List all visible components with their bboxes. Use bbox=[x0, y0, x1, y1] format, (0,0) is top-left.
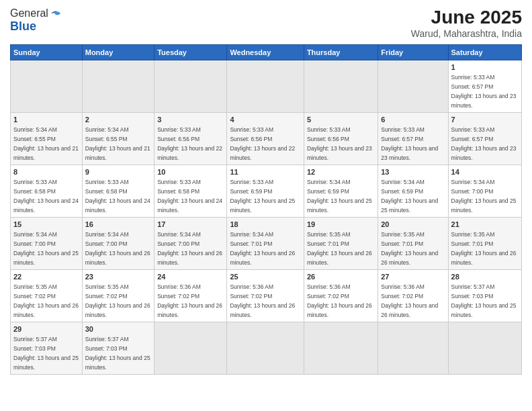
calendar-cell: 24Sunrise: 5:36 AMSunset: 7:02 PMDayligh… bbox=[154, 269, 227, 322]
day-number: 23 bbox=[85, 272, 151, 282]
calendar-cell: 17Sunrise: 5:34 AMSunset: 7:00 PMDayligh… bbox=[154, 217, 227, 269]
sunrise: Sunrise: 5:36 AM bbox=[230, 283, 273, 290]
calendar-cell: 8Sunrise: 5:33 AMSunset: 6:58 PMDaylight… bbox=[11, 165, 83, 217]
sunset: Sunset: 7:00 PM bbox=[13, 240, 56, 247]
subtitle: Warud, Maharashtra, India bbox=[411, 28, 522, 39]
sunrise: Sunrise: 5:34 AM bbox=[157, 231, 201, 238]
day-number: 6 bbox=[381, 115, 445, 125]
sunset: Sunset: 7:02 PM bbox=[307, 293, 349, 300]
calendar-cell bbox=[227, 60, 304, 113]
daylight: Daylight: 13 hours and 26 minutes. bbox=[381, 250, 438, 266]
calendar-cell: 3Sunrise: 5:33 AMSunset: 6:56 PMDaylight… bbox=[154, 112, 227, 165]
calendar-cell: 21Sunrise: 5:35 AMSunset: 7:01 PMDayligh… bbox=[448, 217, 521, 269]
sunset: Sunset: 6:56 PM bbox=[230, 136, 272, 142]
calendar-cell: 7Sunrise: 5:33 AMSunset: 6:57 PMDaylight… bbox=[448, 112, 521, 165]
calendar-cell: 14Sunrise: 5:34 AMSunset: 7:00 PMDayligh… bbox=[448, 165, 521, 217]
sunrise: Sunrise: 5:34 AM bbox=[13, 231, 57, 238]
calendar-cell bbox=[154, 60, 227, 113]
sunrise: Sunrise: 5:34 AM bbox=[13, 126, 57, 133]
calendar-cell bbox=[227, 322, 304, 374]
calendar-cell bbox=[378, 322, 448, 374]
daylight: Daylight: 13 hours and 21 minutes. bbox=[13, 145, 79, 161]
calendar-row: 15Sunrise: 5:34 AMSunset: 7:00 PMDayligh… bbox=[11, 217, 522, 269]
daylight: Daylight: 13 hours and 25 minutes. bbox=[13, 250, 79, 266]
daylight: Daylight: 13 hours and 25 minutes. bbox=[451, 197, 517, 214]
day-number: 15 bbox=[13, 220, 79, 230]
sunrise: Sunrise: 5:33 AM bbox=[451, 74, 495, 81]
daylight: Daylight: 13 hours and 25 minutes. bbox=[85, 355, 150, 371]
calendar-cell: 22Sunrise: 5:35 AMSunset: 7:02 PMDayligh… bbox=[11, 269, 83, 322]
logo-general: General bbox=[10, 7, 48, 19]
calendar-cell: 16Sunrise: 5:34 AMSunset: 7:00 PMDayligh… bbox=[82, 217, 154, 269]
sunrise: Sunrise: 5:37 AM bbox=[13, 336, 57, 342]
col-sunday: Sunday bbox=[11, 45, 83, 60]
sunset: Sunset: 7:00 PM bbox=[85, 240, 128, 247]
calendar-cell: 11Sunrise: 5:33 AMSunset: 6:59 PMDayligh… bbox=[227, 165, 304, 217]
sunset: Sunset: 7:00 PM bbox=[451, 188, 494, 195]
calendar-cell: 30Sunrise: 5:37 AMSunset: 7:03 PMDayligh… bbox=[82, 322, 154, 374]
daylight: Daylight: 13 hours and 25 minutes. bbox=[13, 355, 79, 371]
daylight: Daylight: 13 hours and 26 minutes. bbox=[230, 302, 295, 318]
col-thursday: Thursday bbox=[304, 45, 378, 60]
day-number: 7 bbox=[451, 115, 519, 125]
calendar-cell: 23Sunrise: 5:35 AMSunset: 7:02 PMDayligh… bbox=[82, 269, 154, 322]
sunset: Sunset: 6:58 PM bbox=[13, 188, 56, 195]
sunrise: Sunrise: 5:33 AM bbox=[230, 126, 273, 133]
daylight: Daylight: 13 hours and 26 minutes. bbox=[307, 250, 372, 266]
calendar-cell: 26Sunrise: 5:36 AMSunset: 7:02 PMDayligh… bbox=[304, 269, 378, 322]
day-number: 16 bbox=[85, 220, 151, 230]
calendar-cell: 1Sunrise: 5:34 AMSunset: 6:55 PMDaylight… bbox=[11, 112, 83, 165]
sunrise: Sunrise: 5:37 AM bbox=[451, 283, 495, 290]
sunset: Sunset: 7:01 PM bbox=[307, 240, 349, 247]
daylight: Daylight: 13 hours and 21 minutes. bbox=[85, 145, 150, 161]
daylight: Daylight: 13 hours and 26 minutes. bbox=[451, 250, 517, 266]
calendar-row: 1Sunrise: 5:34 AMSunset: 6:55 PMDaylight… bbox=[11, 112, 522, 165]
calendar-cell bbox=[11, 60, 83, 113]
day-number: 1 bbox=[13, 115, 79, 125]
calendar-cell: 4Sunrise: 5:33 AMSunset: 6:56 PMDaylight… bbox=[227, 112, 304, 165]
calendar-cell: 13Sunrise: 5:34 AMSunset: 6:59 PMDayligh… bbox=[378, 165, 448, 217]
day-number: 8 bbox=[13, 167, 79, 177]
day-number: 13 bbox=[381, 167, 445, 177]
sunrise: Sunrise: 5:33 AM bbox=[230, 179, 273, 185]
sunrise: Sunrise: 5:34 AM bbox=[381, 179, 425, 185]
sunset: Sunset: 6:57 PM bbox=[451, 136, 494, 142]
day-number: 11 bbox=[230, 167, 301, 177]
sunset: Sunset: 7:02 PM bbox=[381, 293, 423, 300]
daylight: Daylight: 13 hours and 22 minutes. bbox=[230, 145, 295, 161]
daylight: Daylight: 13 hours and 24 minutes. bbox=[13, 197, 79, 214]
calendar-cell: 10Sunrise: 5:33 AMSunset: 6:58 PMDayligh… bbox=[154, 165, 227, 217]
calendar-cell bbox=[154, 322, 227, 374]
calendar-table: Sunday Monday Tuesday Wednesday Thursday… bbox=[10, 44, 522, 375]
sunset: Sunset: 6:56 PM bbox=[157, 136, 200, 142]
daylight: Daylight: 13 hours and 25 minutes. bbox=[307, 197, 372, 214]
logo-icon bbox=[50, 7, 62, 19]
daylight: Daylight: 13 hours and 26 minutes. bbox=[157, 302, 222, 318]
sunset: Sunset: 7:02 PM bbox=[85, 293, 128, 300]
sunset: Sunset: 6:59 PM bbox=[230, 188, 272, 195]
logo-text: General Blue bbox=[10, 7, 62, 34]
day-number: 17 bbox=[157, 220, 224, 230]
day-number: 28 bbox=[451, 272, 519, 282]
calendar-cell: 28Sunrise: 5:37 AMSunset: 7:03 PMDayligh… bbox=[448, 269, 521, 322]
sunrise: Sunrise: 5:35 AM bbox=[451, 231, 495, 238]
sunset: Sunset: 7:03 PM bbox=[13, 345, 56, 352]
col-saturday: Saturday bbox=[448, 45, 521, 60]
sunrise: Sunrise: 5:36 AM bbox=[157, 283, 201, 290]
sunset: Sunset: 7:03 PM bbox=[85, 345, 128, 352]
calendar-cell: 15Sunrise: 5:34 AMSunset: 7:00 PMDayligh… bbox=[11, 217, 83, 269]
sunrise: Sunrise: 5:34 AM bbox=[230, 231, 273, 238]
day-number: 4 bbox=[230, 115, 301, 125]
day-number: 2 bbox=[85, 115, 151, 125]
sunset: Sunset: 6:59 PM bbox=[307, 188, 349, 195]
calendar-cell bbox=[304, 60, 378, 113]
daylight: Daylight: 13 hours and 23 minutes. bbox=[381, 145, 438, 161]
logo: General Blue bbox=[10, 7, 62, 34]
col-tuesday: Tuesday bbox=[154, 45, 227, 60]
sunrise: Sunrise: 5:33 AM bbox=[307, 126, 351, 133]
sunrise: Sunrise: 5:33 AM bbox=[157, 179, 201, 185]
sunrise: Sunrise: 5:37 AM bbox=[85, 336, 129, 342]
daylight: Daylight: 13 hours and 24 minutes. bbox=[157, 197, 222, 214]
calendar-cell bbox=[304, 322, 378, 374]
day-number: 3 bbox=[157, 115, 224, 125]
